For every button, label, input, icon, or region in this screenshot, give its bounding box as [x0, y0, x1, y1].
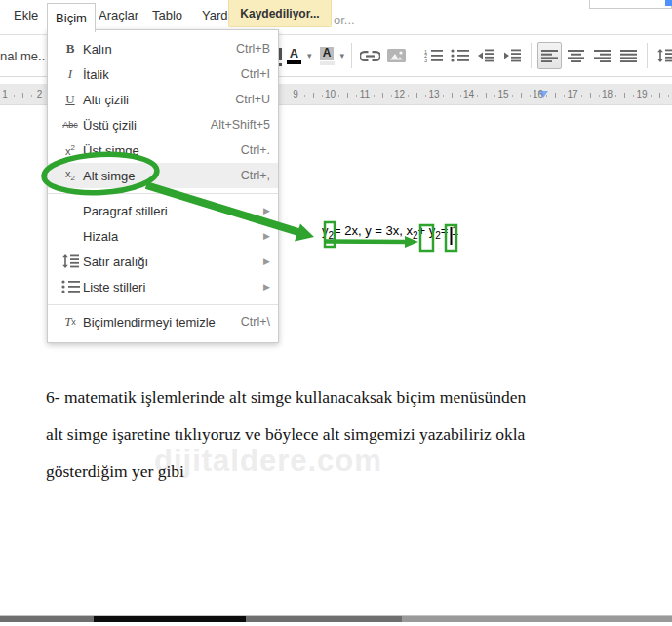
menu-item-label: Hizala: [83, 229, 257, 244]
increase-indent-icon[interactable]: [500, 42, 525, 69]
menu-item-superscript[interactable]: x2Üst simgeCtrl+.: [48, 137, 278, 163]
menu-item-label: Üst simge: [83, 143, 241, 158]
ruler-tick: [530, 95, 531, 97]
italic-icon: I: [58, 66, 83, 82]
submenu-arrow-icon: ▶: [263, 206, 270, 215]
ruler-number: 10: [325, 89, 336, 99]
ruler-tick: [460, 95, 461, 97]
ruler-tick: [425, 95, 426, 97]
menu-item-label: İtalik: [83, 67, 241, 82]
clear-formatting-icon: Tx: [58, 314, 83, 330]
ruler-number: 12: [394, 89, 405, 99]
ruler-number: 13: [428, 89, 439, 99]
insert-link-icon[interactable]: [358, 42, 382, 69]
numbered-list-icon[interactable]: 123: [421, 42, 446, 69]
menu-separator: [48, 304, 278, 305]
partial-icon-fragment: [279, 48, 282, 60]
text-color-dropdown-icon[interactable]: ▾: [307, 51, 312, 60]
menu-item-label: Satır aralığı: [83, 254, 257, 269]
ruler-tick: [659, 93, 660, 98]
decrease-indent-icon[interactable]: [474, 42, 498, 69]
paragraph-style-selector[interactable]: nal me...: [0, 49, 45, 63]
list-styles-icon: [58, 280, 83, 293]
menu-item-shortcut: Ctrl+B: [236, 42, 270, 56]
paragraph-line[interactable]: 6- matematik işlemlerinde alt simge kull…: [46, 387, 526, 408]
menu-item-shortcut: Ctrl+.: [241, 143, 270, 157]
menu-item-italic[interactable]: IİtalikCtrl+I: [48, 61, 278, 87]
ruler-tick: [564, 95, 565, 97]
toolbar-icons: A▾A▾123: [281, 35, 672, 76]
menu-item-label: Alt simge: [83, 169, 241, 183]
menu-item-label: Kalın: [83, 42, 236, 57]
ruler-tick: [347, 93, 348, 98]
menu-item-clear-formatting[interactable]: TxBiçimlendirmeyi temizleCtrl+\: [48, 309, 278, 334]
menu-yardim[interactable]: Yard: [202, 8, 228, 22]
google-docs-window: Ekle Araçlar Tablo Yard Biçim Kaydediliy…: [0, 0, 672, 626]
line-spacing-icon[interactable]: [653, 42, 672, 69]
ruler-tick: [651, 95, 652, 97]
menu-item-strikethrough[interactable]: AbcÜstü çiziliAlt+Shift+5: [48, 112, 278, 137]
text-color-icon[interactable]: A: [282, 42, 306, 69]
strikethrough-icon: Abc: [58, 120, 83, 130]
bottom-bar: [0, 615, 672, 622]
menu-item-underline[interactable]: UAltı çiziliCtrl+U: [48, 87, 278, 112]
ruler-tick: [313, 93, 314, 98]
saving-status-overflow: or...: [334, 13, 355, 27]
share-button-partial[interactable]: [665, 0, 672, 6]
menu-item-bold[interactable]: BKalınCtrl+B: [48, 36, 278, 61]
align-right-icon[interactable]: [590, 42, 614, 69]
ruler-tick: [599, 95, 600, 97]
menu-item-shortcut: Ctrl+U: [235, 93, 270, 106]
align-center-icon[interactable]: [564, 42, 588, 69]
ruler-number: 16: [533, 89, 543, 99]
line-spacing-icon: [58, 254, 83, 268]
menu-item-shortcut: Alt+Shift+5: [211, 118, 270, 132]
ruler-tick: [322, 95, 323, 97]
insert-image-icon[interactable]: [384, 42, 409, 69]
align-left-icon[interactable]: [537, 42, 562, 69]
document-equation-line[interactable]: y2= 2x, y = 3x, x2+ y2= 1: [322, 223, 458, 241]
menu-tablo[interactable]: Tablo: [152, 8, 182, 22]
toolbar-separator: [647, 43, 648, 68]
ruler-tick: [391, 95, 392, 97]
bulleted-list-icon[interactable]: [448, 42, 472, 69]
menu-item-subscript[interactable]: x2Alt simgeCtrl+,: [48, 163, 278, 188]
ruler-tick: [668, 95, 669, 97]
highlight-color-icon[interactable]: A: [315, 42, 339, 69]
menu-item-line-spacing[interactable]: Satır aralığı▶: [48, 249, 278, 274]
ruler-tick: [486, 93, 487, 98]
highlight-color-dropdown-icon[interactable]: ▾: [340, 51, 345, 60]
ruler-number: 11: [360, 89, 370, 99]
ruler-number: 2: [37, 89, 43, 99]
menu-item-shortcut: Ctrl+,: [241, 169, 270, 182]
paragraph-line[interactable]: alt simge işaretine tıklıyoruz ve böylec…: [46, 424, 525, 445]
toolbar-separator: [531, 43, 532, 68]
menu-item-label: Biçimlendirmeyi temizle: [83, 315, 241, 330]
svg-text:3: 3: [424, 58, 427, 62]
ruler-tick: [416, 93, 417, 98]
ruler-tick: [555, 93, 556, 98]
watermark: dijitaldere.com: [154, 444, 382, 479]
menu-item-paragraph-styles[interactable]: Paragraf stilleri▶: [48, 198, 278, 223]
ruler-number: 1: [2, 89, 8, 99]
ruler-tick: [615, 95, 616, 97]
ruler-number: 17: [567, 89, 577, 99]
ruler-tick: [338, 95, 339, 97]
menu-bicim[interactable]: Biçim: [47, 3, 96, 32]
menu-item-list-styles[interactable]: Liste stilleri▶: [48, 274, 278, 299]
menu-separator: [48, 193, 278, 194]
equation-text: = 2x, y = 3x, x: [334, 223, 413, 238]
ruler-tick: [382, 93, 383, 98]
equation-text: + y: [418, 223, 436, 238]
ruler-number: 18: [602, 89, 613, 99]
submenu-arrow-icon: ▶: [263, 282, 270, 292]
paragraph-line[interactable]: gösterdiğim yer gibi: [46, 461, 184, 482]
ruler-tick: [443, 95, 444, 97]
ruler-tick: [374, 95, 375, 97]
menu-item-align[interactable]: Hizala▶: [48, 223, 278, 249]
menu-araclar[interactable]: Araçlar: [99, 8, 138, 22]
justify-icon[interactable]: [616, 42, 641, 69]
comments-button-partial[interactable]: [589, 0, 672, 9]
ruler-number: 9: [293, 89, 298, 99]
menu-ekle[interactable]: Ekle: [14, 8, 38, 22]
